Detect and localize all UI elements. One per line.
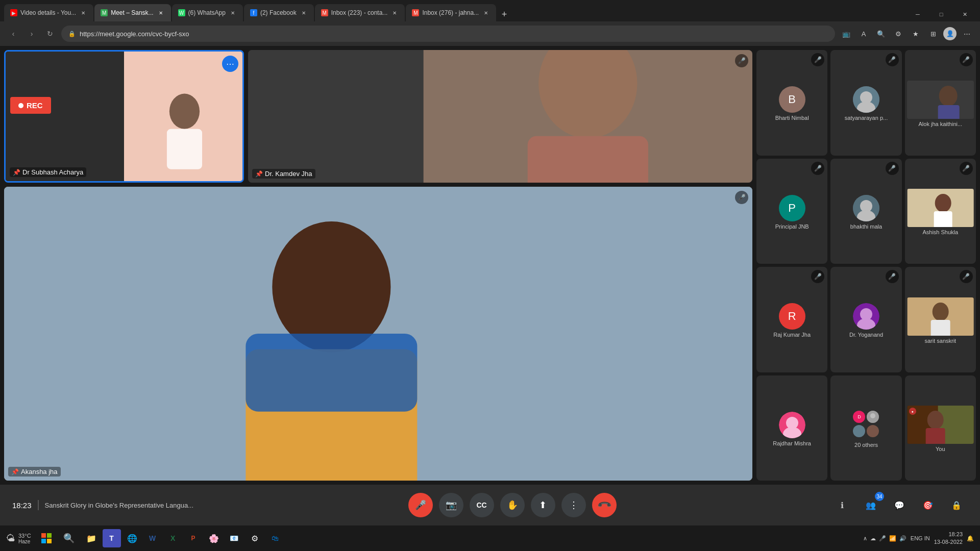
start-button[interactable]: [37, 529, 56, 547]
bhakthi-avatar: [853, 195, 879, 221]
cloud-icon: ☁: [870, 535, 876, 542]
yoganand-avatar: [853, 303, 879, 330]
raj-avatar: R: [779, 303, 805, 330]
taskbar-word[interactable]: W: [143, 529, 162, 547]
sidebar-tile-others[interactable]: D 20 others: [830, 375, 901, 481]
taskbar-photos[interactable]: 🌸: [205, 529, 223, 547]
minimize-button[interactable]: ─: [906, 7, 929, 21]
taskbar-fileexplorer[interactable]: 📁: [82, 529, 101, 547]
chevron-up-icon[interactable]: ∧: [863, 535, 867, 542]
forward-button[interactable]: ›: [24, 27, 39, 41]
rec-button[interactable]: REC: [10, 97, 51, 114]
camera-button[interactable]: 📷: [439, 493, 463, 517]
sidebar-tile-bhakthi[interactable]: 🎤 bhakthi mala: [830, 159, 901, 264]
video-tile-subhash[interactable]: ⋯ 📌 Dr Subhash Acharya: [4, 50, 244, 183]
principal-avatar: P: [779, 195, 805, 221]
tab-facebook-close[interactable]: ✕: [300, 9, 308, 17]
extension-icon[interactable]: ⚙: [891, 27, 905, 41]
subhash-name-label: 📌 Dr Subhash Acharya: [10, 167, 86, 177]
sidebar-tile-raj[interactable]: 🎤 R Raj Kumar Jha: [756, 267, 827, 372]
taskbar-outlook[interactable]: 📧: [225, 529, 243, 547]
mic-button[interactable]: 🎤: [408, 493, 433, 517]
sidebar-tile-alok[interactable]: 🎤 Alok jha kaithini...: [905, 50, 976, 156]
more-options-button[interactable]: ⋯: [222, 56, 238, 72]
more-options-button[interactable]: ⋮: [561, 493, 586, 517]
tab-facebook-label: (2) Facebook: [260, 9, 297, 16]
maximize-button[interactable]: □: [930, 7, 952, 21]
participant-count-badge: 34: [875, 492, 884, 501]
sidebar-tile-satya[interactable]: 🎤 satyanarayan p...: [830, 50, 901, 156]
info-button[interactable]: ℹ: [831, 494, 853, 516]
raj-mute-icon: 🎤: [811, 270, 824, 283]
you-name: You: [907, 446, 974, 452]
captions-button[interactable]: CC: [470, 493, 494, 517]
tab-youtube-close[interactable]: ✕: [79, 9, 87, 17]
taskbar-edge[interactable]: 🌐: [123, 529, 141, 547]
taskbar-store[interactable]: 🛍: [266, 529, 284, 547]
tab-whatsapp-close[interactable]: ✕: [229, 9, 237, 17]
more-options-icon[interactable]: ⋯: [960, 27, 974, 41]
tab-youtube[interactable]: ▶ Video details - You... ✕: [4, 4, 93, 21]
rec-dot: [18, 103, 23, 108]
close-button[interactable]: ✕: [953, 7, 976, 21]
sidebar-tile-you[interactable]: ● You: [905, 375, 976, 481]
sidebar-tile-ashish[interactable]: 🎤 Ashish Shukla: [905, 159, 976, 264]
other-avatar-3: [853, 425, 865, 437]
taskbar-teams[interactable]: T: [103, 529, 121, 547]
video-tile-akansha[interactable]: 🎤 📌 Akansha jha: [4, 187, 752, 481]
meet-container: ⋯ 📌 Dr Subhash Acharya: [0, 46, 980, 485]
chat-button[interactable]: 💬: [888, 494, 911, 516]
sidebar-tile-principal[interactable]: 🎤 P Principal JNB: [756, 159, 827, 264]
taskbar-powerpoint[interactable]: P: [184, 529, 203, 547]
address-bar[interactable]: 🔒 https://meet.google.com/cvc-bycf-sxo: [61, 26, 835, 42]
profile-icon[interactable]: 👤: [943, 27, 957, 40]
meeting-title: Sanskrit Glory in Globe's Representative…: [45, 502, 194, 509]
yoganand-name: Dr. Yoganand: [832, 332, 899, 338]
new-tab-button[interactable]: +: [497, 7, 511, 21]
tab-gmail2[interactable]: M Inbox (276) - jahna... ✕: [406, 4, 496, 21]
clock: 18:23 13-08-2022: [934, 531, 963, 546]
reader-mode-icon[interactable]: A: [856, 27, 871, 41]
svg-rect-7: [424, 50, 752, 183]
tab-gmail1-label: Inbox (223) - conta...: [331, 9, 388, 16]
raise-hand-button[interactable]: ✋: [500, 493, 525, 517]
activities-button[interactable]: 🎯: [917, 494, 939, 516]
gmail2-favicon: M: [412, 9, 419, 16]
controls-right: ℹ 👥 34 💬 🎯 🔒: [831, 494, 968, 516]
svg-rect-3: [167, 129, 202, 169]
alok-mute-icon: 🎤: [960, 53, 973, 66]
tab-whatsapp[interactable]: W (6) WhatsApp ✕: [172, 4, 243, 21]
present-button[interactable]: ⬆: [531, 493, 555, 517]
tab-gmail1-close[interactable]: ✕: [390, 9, 399, 17]
sidebar-tile-bharti[interactable]: 🎤 B Bharti Nimbal: [756, 50, 827, 156]
tab-facebook[interactable]: f (2) Facebook ✕: [244, 4, 314, 21]
tab-meet[interactable]: M Meet – Sansk... ✕: [94, 4, 170, 21]
sidebar-tile-sarit[interactable]: 🎤 sarit sanskrit: [905, 267, 976, 372]
zoom-icon[interactable]: 🔍: [874, 27, 888, 41]
bookmark-icon[interactable]: ★: [909, 27, 923, 41]
lock-icon: 🔒: [68, 31, 76, 37]
search-button[interactable]: 🔍: [60, 529, 78, 547]
sidebar-tile-yoganand[interactable]: 🎤 Dr. Yoganand: [830, 267, 901, 372]
taskbar: 🌤 33°C Haze 🔍 📁 T 🌐 W X P 🌸 📧: [0, 525, 980, 551]
url-text: https://meet.google.com/cvc-bycf-sxo: [80, 30, 189, 38]
sidebar-tile-rajdhar[interactable]: Rajdhar Mishra: [756, 375, 827, 481]
video-tile-kamdev[interactable]: 🎤 📌 Dr. Kamdev Jha: [248, 50, 752, 183]
safety-button[interactable]: 🔒: [945, 494, 968, 516]
mic-icon: 🎤: [415, 499, 426, 511]
tab-gmail2-close[interactable]: ✕: [482, 9, 490, 17]
svg-point-2: [169, 94, 200, 129]
svg-point-39: [927, 411, 943, 429]
end-call-button[interactable]: 📞: [592, 493, 617, 517]
screen-cast-icon[interactable]: 📺: [839, 27, 853, 41]
tab-gmail1[interactable]: M Inbox (223) - conta... ✕: [315, 4, 405, 21]
back-button[interactable]: ‹: [6, 27, 20, 41]
notification-icon[interactable]: 🔔: [967, 535, 974, 542]
tab-meet-close[interactable]: ✕: [157, 9, 165, 17]
collections-icon[interactable]: ⊞: [926, 27, 940, 41]
svg-point-35: [870, 413, 875, 418]
taskbar-excel[interactable]: X: [164, 529, 182, 547]
taskbar-settings[interactable]: ⚙: [246, 529, 264, 547]
other-avatar-2: [867, 411, 879, 423]
reload-button[interactable]: ↻: [43, 27, 57, 41]
